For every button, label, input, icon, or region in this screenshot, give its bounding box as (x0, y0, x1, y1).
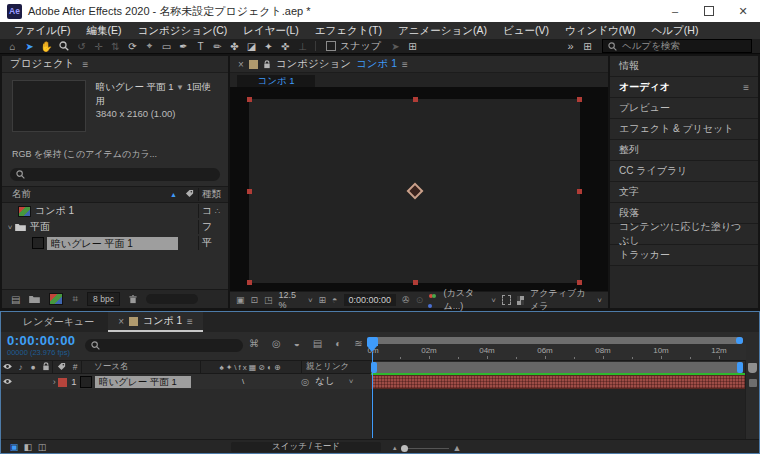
project-panel-header[interactable]: プロジェクト ≡ (2, 56, 228, 73)
selection-tool-icon[interactable]: ➤ (21, 41, 38, 52)
parent-link-column-label[interactable]: 親とリンク (302, 361, 366, 373)
main-viewer-icon[interactable]: ⊡ (251, 295, 259, 305)
minimize-button[interactable]: – (658, 0, 692, 22)
panel-tab-character[interactable]: 文字 (610, 182, 758, 203)
timeline-zoom-control[interactable]: ▴ ▲ (393, 443, 461, 453)
grid-guides-icon[interactable]: ⊞ (319, 295, 327, 305)
caret-down-icon[interactable]: ▼ (176, 83, 184, 92)
expand-transfer-controls-icon[interactable]: ◧ (21, 442, 35, 452)
zoom-slider-knob[interactable] (401, 445, 408, 452)
dolly-camera-tool-icon[interactable]: ⇅ (107, 41, 124, 52)
selection-handle[interactable] (577, 189, 582, 194)
parent-dropdown-icon[interactable]: ˅ (349, 377, 354, 386)
zoom-out-mountain-icon[interactable]: ▴ (393, 444, 397, 452)
resolution-dropdown-icon[interactable]: ˅ (491, 296, 496, 305)
project-search-field[interactable] (10, 168, 220, 181)
time-ruler[interactable]: 0m 02m 04m 06m 08m 10m 12m (371, 344, 746, 361)
pan-behind-tool-icon[interactable]: ⌖ (141, 40, 158, 52)
draft-3d-icon[interactable]: ◎ (272, 338, 281, 349)
view-layout-icon[interactable]: ◳ (264, 295, 273, 305)
magnification-dropdown-icon[interactable]: ˅ (308, 296, 313, 305)
comp-button-icon[interactable] (749, 379, 757, 387)
menu-edit[interactable]: 編集(E) (78, 24, 129, 38)
current-time-display[interactable]: 0:00:00:00 00000 (23.976 fps) (7, 335, 76, 359)
menu-help[interactable]: ヘルプ(H) (644, 24, 707, 38)
selection-handle[interactable] (577, 280, 582, 285)
shape-tool-icon[interactable]: ▭ (158, 41, 175, 52)
mask-visibility-icon[interactable]: ◓ (332, 295, 337, 305)
project-row-comp[interactable]: コンポ 1 コ ∴ (2, 203, 228, 219)
resolution-value[interactable]: (カスタム...) (443, 287, 485, 313)
zoom-slider-track[interactable] (401, 448, 449, 449)
item-name[interactable]: 平面 (30, 220, 50, 234)
close-tab-icon[interactable]: × (238, 59, 244, 70)
region-of-interest-icon[interactable] (502, 295, 511, 305)
hide-shy-layers-icon[interactable]: ◒ (294, 338, 300, 349)
close-tab-icon[interactable]: × (118, 316, 124, 327)
layer-switches-column-icons[interactable]: ♠✦\fx▦⊘◐⊕ (201, 363, 301, 372)
menu-view[interactable]: ビュー(V) (495, 24, 557, 38)
menu-file[interactable]: ファイル(F) (6, 24, 78, 38)
timeline-search-field[interactable] (85, 339, 243, 352)
eraser-tool-icon[interactable]: ◪ (243, 41, 260, 52)
viewer-timecode[interactable]: 0:00:00:00 (344, 294, 397, 306)
menu-layer[interactable]: レイヤー(L) (235, 24, 307, 38)
composition-canvas[interactable] (249, 99, 580, 283)
pan-camera-tool-icon[interactable]: ✛ (90, 41, 107, 52)
source-name-column-label[interactable]: ソース名 (82, 361, 200, 373)
item-name-selected[interactable]: 暗いグレー 平面 1 (47, 237, 178, 250)
bit-depth-button[interactable]: 8 bpc (87, 292, 120, 306)
panel-tab-info[interactable]: 情報 (610, 56, 758, 77)
layer-switches[interactable]: \ (191, 377, 301, 386)
workspace-icon[interactable]: ⊞ (579, 41, 596, 52)
panel-tab-content-aware-fill[interactable]: コンテンツに応じた塗りつぶし (610, 224, 758, 245)
motion-blur-icon[interactable]: ◐ (335, 338, 341, 349)
solo-column-icon[interactable]: ● (27, 362, 39, 372)
view-dropdown-icon[interactable]: ˅ (597, 296, 602, 305)
panel-tab-audio[interactable]: オーディオ ≡ (610, 77, 758, 98)
trash-icon[interactable] (129, 295, 137, 304)
label-column-icon[interactable] (53, 362, 69, 373)
new-composition-icon[interactable] (49, 293, 63, 305)
snap-options-icon[interactable]: ➤ (387, 41, 404, 52)
brush-tool-icon[interactable]: ✏ (209, 41, 226, 52)
roto-brush-tool-icon[interactable]: ✦ (260, 41, 277, 52)
composition-panel-header[interactable]: × コンポジション コンポ 1 ≡ (230, 56, 608, 73)
panel-menu-icon[interactable]: ≡ (187, 316, 193, 327)
parent-pickwhip-icon[interactable]: ◎ (301, 376, 309, 387)
label-column-icon[interactable] (180, 189, 198, 200)
project-row-folder[interactable]: ˅ 平面 フ (2, 219, 228, 235)
item-name[interactable]: コンポ 1 (35, 204, 74, 218)
zoom-in-mountain-icon[interactable]: ▲ (453, 443, 462, 453)
anchor-point-icon[interactable] (406, 183, 423, 200)
expand-layer-switches-icon[interactable]: ▣ (7, 442, 21, 452)
menu-effect[interactable]: エフェクト(T) (307, 24, 390, 38)
playhead-handle[interactable] (367, 337, 378, 346)
work-area-bar[interactable] (371, 362, 743, 373)
composition-viewer[interactable] (230, 87, 608, 292)
maximize-button[interactable] (692, 0, 726, 22)
region-of-interest-icon[interactable]: ⊞ (404, 41, 421, 52)
local-axis-mode-icon[interactable]: ⊥ (294, 41, 311, 52)
panel-menu-icon[interactable]: ≡ (82, 59, 88, 70)
sort-ascending-icon[interactable]: ▲ (170, 191, 177, 198)
more-tools-chevron[interactable]: » (562, 40, 579, 52)
time-navigator-bar[interactable] (371, 337, 743, 344)
selection-handle[interactable] (247, 189, 252, 194)
selection-handle[interactable] (247, 280, 252, 285)
pen-tool-icon[interactable]: ✒ (175, 41, 192, 52)
always-preview-icon[interactable]: ▣ (236, 295, 245, 305)
number-column-label[interactable]: # (69, 362, 81, 372)
panel-tab-cc-libraries[interactable]: CC ライブラリ (610, 161, 758, 182)
layer-visibility-toggle[interactable] (1, 376, 14, 387)
panel-tab-effects-presets[interactable]: エフェクト & プリセット (610, 119, 758, 140)
help-search-field[interactable]: ヘルプを検索 (602, 39, 752, 53)
graph-editor-icon[interactable]: ≋ (354, 338, 362, 349)
clone-stamp-tool-icon[interactable]: ✤ (226, 41, 243, 52)
timecode-value[interactable]: 0:00:00:00 (7, 335, 76, 347)
menu-animation[interactable]: アニメーション(A) (390, 24, 495, 38)
snap-checkbox[interactable] (326, 41, 336, 51)
close-button[interactable]: ✕ (726, 0, 760, 22)
selection-handle[interactable] (413, 97, 418, 102)
timeline-comp-tab[interactable]: × コンポ 1 ≡ (108, 312, 203, 332)
